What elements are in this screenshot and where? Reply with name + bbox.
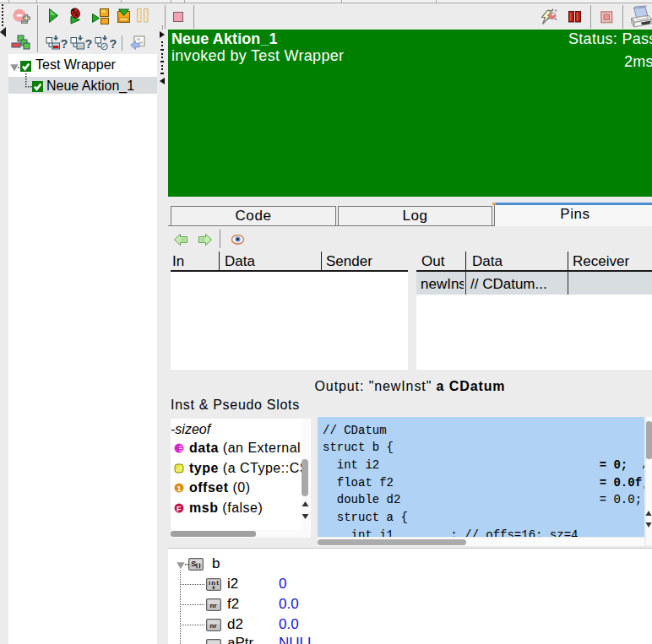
svg-text:F: F xyxy=(177,504,182,512)
svg-text:nr: nr xyxy=(210,602,217,609)
svg-text:nr: nr xyxy=(210,622,217,630)
svg-text:?: ? xyxy=(61,37,68,51)
svg-text:S: S xyxy=(191,560,196,568)
svg-text:?: ? xyxy=(110,37,117,51)
svg-text:int: int xyxy=(209,579,219,587)
svg-text:1: 1 xyxy=(177,484,182,492)
svg-text:?: ? xyxy=(85,37,93,51)
